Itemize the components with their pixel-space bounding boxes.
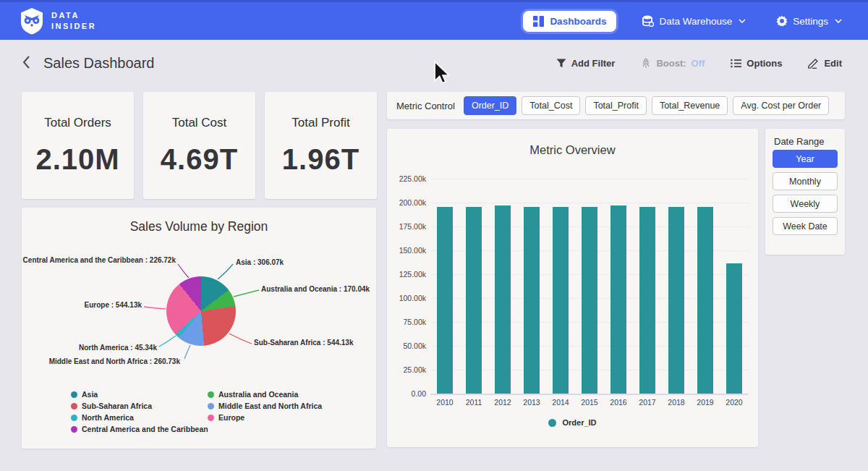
bar-2019 [697, 207, 713, 394]
metric-chip-row: Order_IDTotal_CostTotal_ProfitTotal_Reve… [464, 96, 829, 115]
brand-line2: INSIDER [51, 21, 96, 32]
data-warehouse-menu[interactable]: Data Warehouse [638, 14, 750, 27]
x-tick-label: 2011 [459, 398, 488, 407]
bar-2016 [610, 205, 626, 394]
settings-label: Settings [793, 16, 828, 27]
date-range-week-date[interactable]: Week Date [773, 217, 838, 235]
legend-label: Europe [218, 413, 244, 422]
kpi-value: 2.10M [22, 143, 134, 176]
y-tick-label: 200.00k [388, 198, 426, 207]
bar-slot [575, 179, 604, 394]
data-warehouse-label: Data Warehouse [659, 16, 732, 27]
metric-chip-avg-cost-per-order[interactable]: Avg. Cost per Order [733, 96, 829, 115]
legend-label: Asia [82, 390, 98, 399]
y-tick-label: 175.00k [388, 222, 426, 231]
boost-value: Off [692, 58, 705, 69]
x-axis-labels: 2010201120122013201420152016201720182019… [430, 398, 749, 407]
metric-control-bar: Metric Control Order_IDTotal_CostTotal_P… [387, 92, 845, 119]
bar-legend-label: Order_ID [562, 418, 596, 427]
x-tick-label: 2010 [430, 398, 459, 407]
pie-label-europe: Europe : 544.13k [85, 300, 142, 310]
date-range-weekly[interactable]: Weekly [773, 195, 838, 213]
bar-slot [604, 179, 633, 394]
kpi-card: Total Profit1.96T [265, 92, 377, 199]
x-tick-label: 2012 [488, 398, 517, 407]
pie-label-australia-and-oceania: Australia and Oceania : 170.04k [261, 284, 370, 294]
boost-toggle[interactable]: Boost: Off [637, 57, 709, 69]
owl-icon [19, 7, 45, 35]
bar-2020 [726, 263, 742, 394]
settings-menu[interactable]: Settings [772, 14, 846, 27]
bar-series [430, 179, 749, 394]
chevron-down-icon [835, 19, 842, 23]
legend-label: North America [82, 413, 134, 422]
dashboards-button[interactable]: Dashboards [523, 11, 616, 32]
pencil-icon [808, 58, 819, 69]
funnel-icon [556, 59, 566, 68]
bar-chart-title: Metric Overview [387, 143, 758, 157]
bar-slot [633, 179, 662, 394]
dashboards-label: Dashboards [550, 16, 606, 27]
y-tick-label: 100.00k [388, 294, 426, 302]
kpi-card: Total Cost4.69T [143, 92, 255, 199]
bar-slot [662, 179, 691, 394]
pie-label-central-america-and-the-caribbean: Central America and the Caribbean : 226.… [23, 255, 176, 265]
y-tick-label: 125.00k [388, 270, 426, 279]
pie-chart-title: Sales Volume by Region [22, 219, 376, 234]
date-range-label: Date Range [774, 136, 845, 147]
database-icon [642, 15, 654, 27]
metric-chip-total-cost[interactable]: Total_Cost [522, 96, 580, 115]
kpi-card: Total Orders2.10M [22, 92, 134, 199]
pie-callout-line [184, 345, 190, 359]
bar-2015 [582, 207, 597, 394]
bar-plot-area [430, 179, 749, 394]
legend-dot [71, 403, 77, 410]
gear-icon [776, 15, 788, 27]
bar-legend-dot [548, 419, 556, 427]
add-filter-button[interactable]: Add Filter [552, 57, 620, 69]
bar-2012 [495, 205, 511, 394]
kpi-label: Total Orders [22, 116, 134, 130]
metric-chip-total-revenue[interactable]: Total_Revenue [652, 96, 728, 115]
bar-slot [430, 179, 459, 394]
brand-text: DATA INSIDER [51, 10, 96, 32]
x-tick-label: 2018 [662, 398, 691, 407]
pie-chart [166, 276, 236, 346]
pie-callout-line [144, 307, 166, 309]
top-nav-actions: Dashboards Data Warehouse Settings [523, 11, 846, 32]
legend-item-europe: Europe [208, 413, 244, 422]
legend-dot [71, 415, 77, 421]
gridline [430, 394, 749, 395]
grid-dashboard-icon [533, 16, 544, 27]
legend-item-middle-east-and-north-africa: Middle East and North Africa [208, 402, 322, 410]
legend-label: Sub-Saharan Africa [82, 402, 152, 410]
pie-label-north-america: North America : 45.34k [79, 343, 157, 352]
legend-item-australia-and-oceania: Australia and Oceania [208, 390, 298, 399]
legend-label: Australia and Oceania [218, 390, 298, 399]
bar-slot [720, 179, 749, 394]
x-tick-label: 2016 [604, 398, 633, 407]
bar-slot [459, 179, 488, 394]
edit-button[interactable]: Edit [804, 57, 846, 69]
pie-callout-line [218, 264, 233, 279]
legend-dot [71, 391, 77, 398]
date-range-monthly[interactable]: Monthly [773, 172, 838, 190]
metric-chip-total-profit[interactable]: Total_Profit [585, 96, 647, 115]
y-tick-label: 25.00k [388, 365, 426, 374]
bar-slot [488, 179, 517, 394]
x-tick-label: 2019 [691, 398, 720, 407]
boost-label: Boost: [656, 58, 686, 69]
bar-chart-card: Metric Overview 225.00k200.00k175.00k150… [387, 129, 758, 447]
bar-2013 [524, 207, 540, 394]
bar-2010 [437, 207, 453, 394]
options-button[interactable]: Options [726, 57, 786, 69]
kpi-label: Total Cost [143, 116, 255, 130]
pie-label-asia: Asia : 306.07k [236, 258, 284, 267]
metric-chip-order-id[interactable]: Order_ID [464, 96, 516, 115]
back-button[interactable] [19, 52, 33, 75]
metric-control-label: Metric Control [396, 101, 455, 111]
bar-slot [691, 179, 720, 394]
y-tick-label: 150.00k [388, 246, 426, 255]
brand-line1: DATA [51, 10, 96, 21]
date-range-year[interactable]: Year [773, 150, 838, 168]
